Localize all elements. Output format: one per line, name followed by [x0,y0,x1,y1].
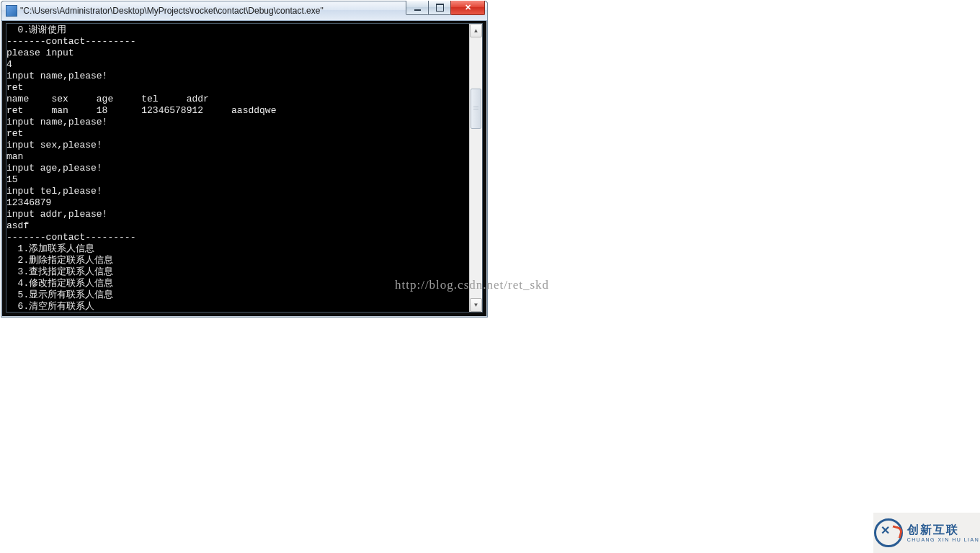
console-output: 0.谢谢使用 -------contact--------- please in… [6,24,469,312]
brand-logo-cn: 创新互联 [907,524,980,536]
console-window: "C:\Users\Administrator\Desktop\MyProjec… [1,1,488,318]
watermark-text: http://blog.csdn.net/ret_skd [395,278,549,292]
close-button[interactable] [450,1,485,15]
vertical-scrollbar[interactable]: ▲ ▼ [469,24,482,312]
window-controls [406,1,485,15]
app-icon [6,5,17,17]
scroll-thumb[interactable] [471,89,481,129]
scroll-down-arrow-icon[interactable]: ▼ [470,298,482,312]
scroll-up-arrow-icon[interactable]: ▲ [470,24,482,37]
brand-logo-text: 创新互联 CHUANG XIN HU LIAN [907,524,980,542]
client-area: 0.谢谢使用 -------contact--------- please in… [6,23,483,313]
brand-logo-en: CHUANG XIN HU LIAN [907,537,980,542]
titlebar[interactable]: "C:\Users\Administrator\Desktop\MyProjec… [1,1,487,21]
maximize-button[interactable] [428,1,451,15]
brand-logo-icon [874,518,903,547]
minimize-button[interactable] [406,1,429,15]
brand-logo: 创新互联 CHUANG XIN HU LIAN [873,513,980,553]
window-title: "C:\Users\Administrator\Desktop\MyProjec… [20,6,324,16]
